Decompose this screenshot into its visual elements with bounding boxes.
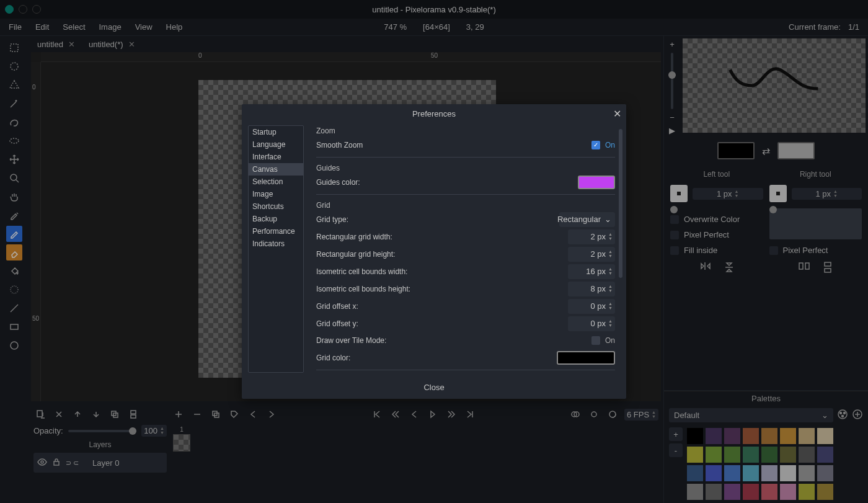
- zoom-section-header: Zoom: [316, 125, 615, 135]
- prefs-category-startup[interactable]: Startup: [249, 126, 303, 138]
- iso-width-field[interactable]: 16 px▲▼: [568, 264, 615, 279]
- prefs-category-selection[interactable]: Selection: [249, 176, 303, 188]
- dialog-title: Preferences: [412, 109, 456, 118]
- field-value: 16 px: [586, 267, 606, 276]
- prefs-category-canvas[interactable]: Canvas: [249, 163, 303, 176]
- scrollbar[interactable]: [619, 129, 622, 278]
- field-value: 2 px: [590, 232, 606, 241]
- grid-color-field[interactable]: [557, 351, 615, 365]
- prefs-category-backup[interactable]: Backup: [249, 213, 303, 225]
- guides-color-field[interactable]: [578, 176, 615, 189]
- guides-color-label: Guides color:: [316, 178, 578, 187]
- field-value: 0 px: [590, 301, 606, 311]
- iso-height-label: Isometric cell bounds height:: [316, 285, 568, 293]
- field-value: 2 px: [590, 249, 606, 259]
- rect-grid-height-field[interactable]: 2 px▲▼: [568, 247, 615, 262]
- grid-type-value: Rectangular: [557, 215, 601, 224]
- prefs-category-language[interactable]: Language: [249, 138, 303, 151]
- grid-offset-x-field[interactable]: 0 px▲▼: [568, 299, 615, 314]
- draw-over-tile-state: On: [605, 336, 615, 345]
- preferences-dialog: Preferences✕ StartupLanguageInterfaceCan…: [242, 104, 626, 399]
- grid-color-label: Grid color:: [316, 354, 557, 362]
- smooth-zoom-checkbox[interactable]: ✓: [591, 141, 600, 149]
- rect-grid-width-field[interactable]: 2 px▲▼: [568, 229, 615, 244]
- smooth-zoom-state: On: [605, 141, 615, 149]
- prefs-content: Zoom Smooth Zoom✓On Guides Guides color:…: [306, 123, 626, 375]
- iso-height-field[interactable]: 8 px▲▼: [568, 282, 615, 296]
- grid-offset-x-label: Grid offset x:: [316, 302, 568, 311]
- smooth-zoom-label: Smooth Zoom: [316, 141, 591, 149]
- close-button[interactable]: Close: [423, 383, 444, 392]
- draw-over-tile-checkbox[interactable]: [591, 336, 600, 345]
- grid-offset-y-field[interactable]: 0 px▲▼: [568, 316, 615, 331]
- field-value: 0 px: [590, 319, 606, 328]
- prefs-category-interface[interactable]: Interface: [249, 151, 303, 163]
- draw-over-tile-label: Draw over Tile Mode:: [316, 336, 591, 345]
- grid-offset-y-label: Grid offset y:: [316, 319, 568, 328]
- prefs-sidebar: StartupLanguageInterfaceCanvasSelectionI…: [248, 125, 304, 373]
- dialog-close-btn[interactable]: ✕: [613, 108, 621, 120]
- chevron-down-icon: ⌄: [604, 215, 611, 224]
- rect-grid-width-label: Rectangular grid width:: [316, 233, 568, 241]
- grid-section-header: Grid: [316, 200, 615, 210]
- rect-grid-height-label: Rectangular grid height:: [316, 250, 568, 259]
- grid-type-label: Grid type:: [316, 215, 559, 224]
- field-value: 8 px: [590, 284, 606, 293]
- grid-type-dropdown[interactable]: Rectangular⌄: [559, 212, 615, 227]
- prefs-category-shortcuts[interactable]: Shortcuts: [249, 200, 303, 213]
- iso-width-label: Isometric cell bounds width:: [316, 267, 568, 276]
- guides-section-header: Guides: [316, 162, 615, 172]
- prefs-category-performance[interactable]: Performance: [249, 225, 303, 238]
- prefs-category-image[interactable]: Image: [249, 188, 303, 200]
- prefs-category-indicators[interactable]: Indicators: [249, 238, 303, 250]
